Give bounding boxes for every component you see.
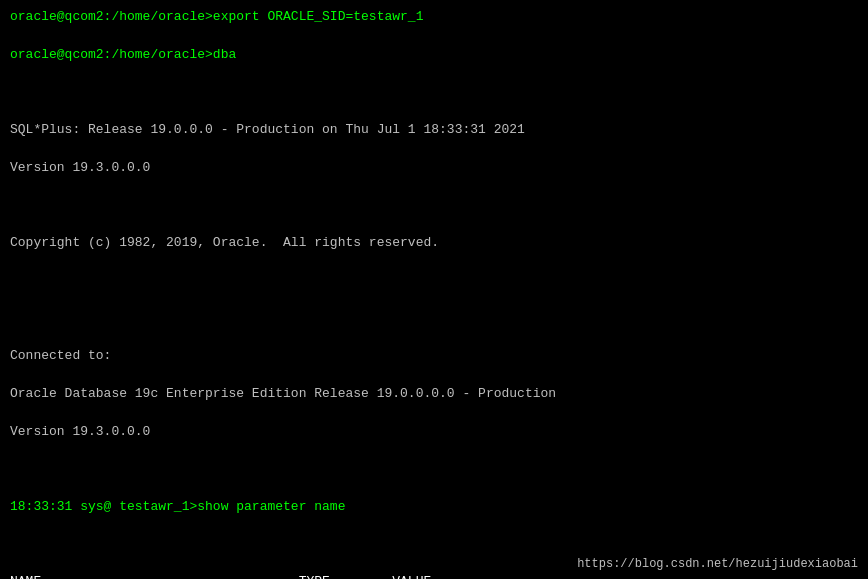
line-12: Version 19.3.0.0.0: [10, 423, 858, 442]
line-4: SQL*Plus: Release 19.0.0.0 - Production …: [10, 121, 858, 140]
line-6: [10, 196, 858, 215]
line-14: 18:33:31 sys@ testawr_1>show parameter n…: [10, 498, 858, 517]
line-7: Copyright (c) 1982, 2019, Oracle. All ri…: [10, 234, 858, 253]
line-5: Version 19.3.0.0.0: [10, 159, 858, 178]
line-11: Oracle Database 19c Enterprise Edition R…: [10, 385, 858, 404]
line-13: [10, 460, 858, 479]
line-9: [10, 310, 858, 329]
line-10: Connected to:: [10, 347, 858, 366]
line-1: oracle@qcom2:/home/oracle>export ORACLE_…: [10, 8, 858, 27]
terminal: oracle@qcom2:/home/oracle>export ORACLE_…: [10, 8, 858, 571]
watermark: https://blog.csdn.net/hezuijiudexiaobai: [577, 556, 858, 573]
line-8: [10, 272, 858, 291]
table-header: NAME TYPE VALUE: [10, 573, 858, 579]
line-15: [10, 536, 858, 555]
line-2: oracle@qcom2:/home/oracle>dba: [10, 46, 858, 65]
line-3: [10, 83, 858, 102]
